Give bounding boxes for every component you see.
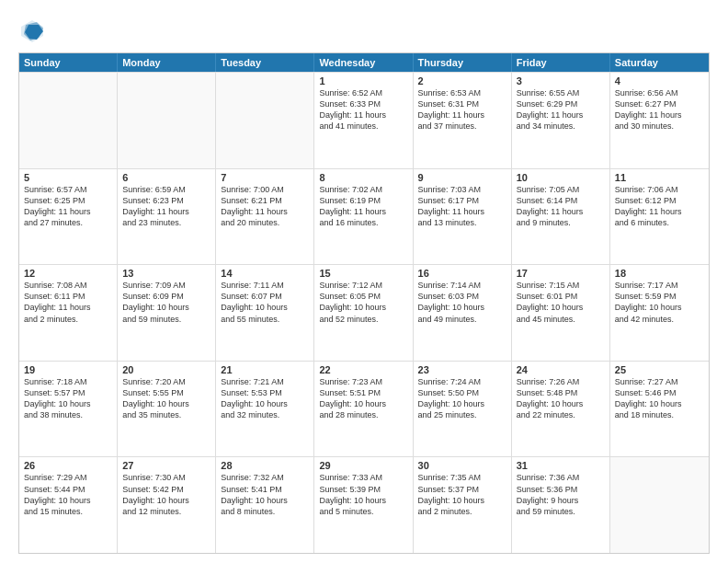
day-info: Sunrise: 7:36 AM Sunset: 5:36 PM Dayligh… — [517, 472, 605, 517]
day-number: 7 — [221, 172, 309, 183]
calendar-header: SundayMondayTuesdayWednesdayThursdayFrid… — [19, 53, 709, 72]
day-info: Sunrise: 7:26 AM Sunset: 5:48 PM Dayligh… — [517, 376, 605, 421]
day-cell-12: 12Sunrise: 7:08 AM Sunset: 6:11 PM Dayli… — [19, 265, 118, 361]
day-info: Sunrise: 7:03 AM Sunset: 6:17 PM Dayligh… — [418, 184, 506, 229]
logo — [18, 17, 50, 45]
day-number: 6 — [122, 172, 210, 183]
day-cell-10: 10Sunrise: 7:05 AM Sunset: 6:14 PM Dayli… — [512, 169, 610, 265]
page: SundayMondayTuesdayWednesdayThursdayFrid… — [0, 0, 728, 563]
day-info: Sunrise: 6:53 AM Sunset: 6:31 PM Dayligh… — [418, 87, 506, 132]
day-number: 14 — [221, 268, 309, 279]
week-row-3: 12Sunrise: 7:08 AM Sunset: 6:11 PM Dayli… — [19, 264, 709, 361]
day-cell-28: 28Sunrise: 7:32 AM Sunset: 5:41 PM Dayli… — [216, 457, 314, 553]
day-cell-21: 21Sunrise: 7:21 AM Sunset: 5:53 PM Dayli… — [216, 362, 314, 457]
day-cell-25: 25Sunrise: 7:27 AM Sunset: 5:46 PM Dayli… — [610, 362, 709, 457]
day-number: 20 — [122, 364, 210, 375]
header-day-friday: Friday — [512, 53, 610, 72]
day-cell-23: 23Sunrise: 7:24 AM Sunset: 5:50 PM Dayli… — [414, 362, 512, 457]
day-cell-3: 3Sunrise: 6:55 AM Sunset: 6:29 PM Daylig… — [512, 73, 610, 168]
logo-icon — [18, 17, 46, 45]
day-info: Sunrise: 6:57 AM Sunset: 6:25 PM Dayligh… — [24, 184, 112, 229]
day-cell-8: 8Sunrise: 7:02 AM Sunset: 6:19 PM Daylig… — [314, 169, 413, 265]
day-cell-31: 31Sunrise: 7:36 AM Sunset: 5:36 PM Dayli… — [512, 457, 610, 553]
day-info: Sunrise: 7:09 AM Sunset: 6:09 PM Dayligh… — [122, 280, 210, 325]
day-info: Sunrise: 7:29 AM Sunset: 5:44 PM Dayligh… — [24, 472, 112, 517]
day-number: 29 — [319, 460, 407, 471]
day-info: Sunrise: 7:20 AM Sunset: 5:55 PM Dayligh… — [122, 376, 210, 421]
day-info: Sunrise: 6:52 AM Sunset: 6:33 PM Dayligh… — [319, 87, 407, 132]
day-number: 10 — [517, 172, 605, 183]
day-info: Sunrise: 7:08 AM Sunset: 6:11 PM Dayligh… — [24, 280, 112, 325]
week-row-5: 26Sunrise: 7:29 AM Sunset: 5:44 PM Dayli… — [19, 456, 709, 553]
header — [18, 14, 710, 45]
day-number: 27 — [122, 460, 210, 471]
day-info: Sunrise: 7:18 AM Sunset: 5:57 PM Dayligh… — [24, 376, 112, 421]
day-info: Sunrise: 7:30 AM Sunset: 5:42 PM Dayligh… — [122, 472, 210, 517]
day-number: 23 — [418, 364, 506, 375]
day-cell-26: 26Sunrise: 7:29 AM Sunset: 5:44 PM Dayli… — [19, 457, 118, 553]
day-info: Sunrise: 7:02 AM Sunset: 6:19 PM Dayligh… — [319, 184, 407, 229]
day-cell-14: 14Sunrise: 7:11 AM Sunset: 6:07 PM Dayli… — [216, 265, 314, 361]
empty-cell — [19, 73, 118, 168]
day-cell-13: 13Sunrise: 7:09 AM Sunset: 6:09 PM Dayli… — [118, 265, 216, 361]
day-info: Sunrise: 6:56 AM Sunset: 6:27 PM Dayligh… — [615, 87, 704, 132]
day-cell-7: 7Sunrise: 7:00 AM Sunset: 6:21 PM Daylig… — [216, 169, 314, 265]
day-number: 16 — [418, 268, 506, 279]
calendar-body: 1Sunrise: 6:52 AM Sunset: 6:33 PM Daylig… — [19, 72, 709, 553]
day-number: 25 — [615, 364, 704, 375]
day-cell-27: 27Sunrise: 7:30 AM Sunset: 5:42 PM Dayli… — [118, 457, 216, 553]
day-number: 2 — [418, 75, 506, 86]
week-row-4: 19Sunrise: 7:18 AM Sunset: 5:57 PM Dayli… — [19, 361, 709, 457]
day-number: 21 — [221, 364, 309, 375]
day-cell-4: 4Sunrise: 6:56 AM Sunset: 6:27 PM Daylig… — [610, 73, 709, 168]
day-info: Sunrise: 7:15 AM Sunset: 6:01 PM Dayligh… — [517, 280, 605, 325]
day-cell-9: 9Sunrise: 7:03 AM Sunset: 6:17 PM Daylig… — [414, 169, 512, 265]
day-number: 9 — [418, 172, 506, 183]
day-number: 4 — [615, 75, 704, 86]
day-cell-5: 5Sunrise: 6:57 AM Sunset: 6:25 PM Daylig… — [19, 169, 118, 265]
day-cell-15: 15Sunrise: 7:12 AM Sunset: 6:05 PM Dayli… — [314, 265, 413, 361]
empty-cell — [118, 73, 216, 168]
day-number: 1 — [319, 75, 407, 86]
week-row-2: 5Sunrise: 6:57 AM Sunset: 6:25 PM Daylig… — [19, 168, 709, 265]
day-info: Sunrise: 7:24 AM Sunset: 5:50 PM Dayligh… — [418, 376, 506, 421]
day-number: 26 — [24, 460, 112, 471]
day-info: Sunrise: 7:14 AM Sunset: 6:03 PM Dayligh… — [418, 280, 506, 325]
day-number: 31 — [517, 460, 605, 471]
day-number: 5 — [24, 172, 112, 183]
day-number: 12 — [24, 268, 112, 279]
day-cell-2: 2Sunrise: 6:53 AM Sunset: 6:31 PM Daylig… — [414, 73, 512, 168]
day-cell-30: 30Sunrise: 7:35 AM Sunset: 5:37 PM Dayli… — [414, 457, 512, 553]
empty-cell — [216, 73, 314, 168]
calendar: SundayMondayTuesdayWednesdayThursdayFrid… — [18, 52, 710, 554]
day-info: Sunrise: 7:21 AM Sunset: 5:53 PM Dayligh… — [221, 376, 309, 421]
day-number: 11 — [615, 172, 704, 183]
header-day-monday: Monday — [118, 53, 216, 72]
day-info: Sunrise: 7:12 AM Sunset: 6:05 PM Dayligh… — [319, 280, 407, 325]
day-cell-16: 16Sunrise: 7:14 AM Sunset: 6:03 PM Dayli… — [414, 265, 512, 361]
day-info: Sunrise: 7:23 AM Sunset: 5:51 PM Dayligh… — [319, 376, 407, 421]
day-number: 19 — [24, 364, 112, 375]
day-info: Sunrise: 6:55 AM Sunset: 6:29 PM Dayligh… — [517, 87, 605, 132]
day-info: Sunrise: 7:32 AM Sunset: 5:41 PM Dayligh… — [221, 472, 309, 517]
day-info: Sunrise: 7:33 AM Sunset: 5:39 PM Dayligh… — [319, 472, 407, 517]
day-info: Sunrise: 6:59 AM Sunset: 6:23 PM Dayligh… — [122, 184, 210, 229]
day-number: 30 — [418, 460, 506, 471]
day-number: 3 — [517, 75, 605, 86]
day-number: 24 — [517, 364, 605, 375]
header-day-thursday: Thursday — [414, 53, 512, 72]
day-cell-22: 22Sunrise: 7:23 AM Sunset: 5:51 PM Dayli… — [314, 362, 413, 457]
empty-cell — [610, 457, 709, 553]
week-row-1: 1Sunrise: 6:52 AM Sunset: 6:33 PM Daylig… — [19, 72, 709, 168]
day-cell-19: 19Sunrise: 7:18 AM Sunset: 5:57 PM Dayli… — [19, 362, 118, 457]
day-cell-1: 1Sunrise: 6:52 AM Sunset: 6:33 PM Daylig… — [314, 73, 413, 168]
day-number: 28 — [221, 460, 309, 471]
day-info: Sunrise: 7:11 AM Sunset: 6:07 PM Dayligh… — [221, 280, 309, 325]
day-number: 18 — [615, 268, 704, 279]
day-info: Sunrise: 7:17 AM Sunset: 5:59 PM Dayligh… — [615, 280, 704, 325]
day-info: Sunrise: 7:00 AM Sunset: 6:21 PM Dayligh… — [221, 184, 309, 229]
day-info: Sunrise: 7:27 AM Sunset: 5:46 PM Dayligh… — [615, 376, 704, 421]
day-info: Sunrise: 7:06 AM Sunset: 6:12 PM Dayligh… — [615, 184, 704, 229]
day-cell-17: 17Sunrise: 7:15 AM Sunset: 6:01 PM Dayli… — [512, 265, 610, 361]
day-info: Sunrise: 7:35 AM Sunset: 5:37 PM Dayligh… — [418, 472, 506, 517]
